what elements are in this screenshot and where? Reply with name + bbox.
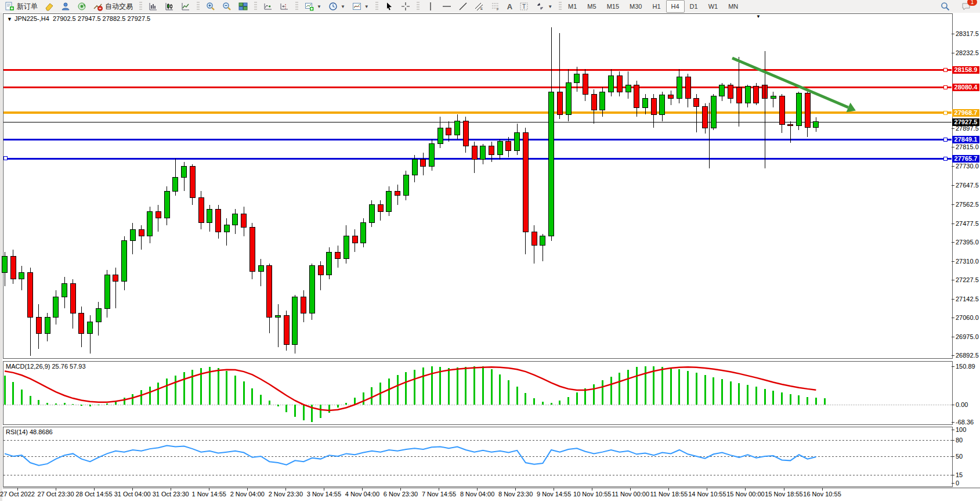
macd-indicator-label: MACD(12,26,9) 25.76 57.93 <box>6 363 86 370</box>
horizontal-line-tool[interactable] <box>439 0 455 13</box>
candle-up <box>609 76 614 92</box>
line-chart-button[interactable] <box>178 0 194 13</box>
fibonacci-icon: F <box>491 2 500 11</box>
price-tick: 27562.5 <box>956 201 979 208</box>
community-button[interactable] <box>57 0 74 13</box>
candle-up <box>796 93 801 125</box>
tile-windows-button[interactable] <box>235 0 251 13</box>
equidistant-channel-tool[interactable]: E <box>471 0 487 13</box>
timeframe-button-d1[interactable]: D1 <box>685 0 703 13</box>
time-axis-label: 4 Nov 04:00 <box>345 491 379 498</box>
timeframe-button-m1[interactable]: M1 <box>563 0 582 13</box>
candle-up <box>574 74 580 83</box>
timeframe-button-m15[interactable]: M15 <box>602 0 624 13</box>
candle-down <box>703 106 708 128</box>
chart-title: ▼JPN225-,H4 27902.5 27947.5 27882.5 2792… <box>7 15 150 22</box>
macd-tick: 150.89 <box>956 363 975 370</box>
chevron-down-icon: ▼ <box>364 4 369 9</box>
candlestick-chart-button[interactable] <box>161 0 178 13</box>
search-button[interactable] <box>937 0 953 13</box>
chart-shift-button[interactable] <box>276 0 292 13</box>
template-button[interactable]: ▼ <box>349 0 373 13</box>
candle-up <box>600 92 605 110</box>
candle-down <box>685 77 690 99</box>
autotrade-icon <box>93 2 103 11</box>
hline-handle[interactable] <box>943 85 947 89</box>
candle-up <box>643 99 648 108</box>
candle-down <box>805 93 810 127</box>
signal-icon <box>77 2 86 11</box>
timeframe-button-h4[interactable]: H4 <box>666 0 685 13</box>
candle-up <box>258 266 263 272</box>
chevron-down-icon: ▼ <box>341 4 345 9</box>
arrows-tool[interactable]: ▼ <box>532 0 556 13</box>
auto-scroll-button[interactable] <box>260 0 276 13</box>
signals-button[interactable] <box>74 0 90 13</box>
chart-canvas[interactable] <box>0 13 980 501</box>
macd-tick: 0.00 <box>956 401 968 408</box>
vertical-line-tool[interactable] <box>422 0 439 13</box>
text-tool[interactable]: A <box>504 0 516 13</box>
candle-up <box>480 146 486 159</box>
symbol-dropdown-icon[interactable]: ▼ <box>7 16 12 22</box>
timeframe-button-w1[interactable]: W1 <box>703 0 724 13</box>
price-tick: 26892.5 <box>956 352 979 359</box>
rsi-indicator-label: RSI(14) 48.8686 <box>6 428 53 435</box>
candle-up <box>292 297 298 345</box>
cursor-tool-button[interactable] <box>381 0 397 13</box>
candle-up <box>566 83 571 114</box>
candle-down <box>79 313 84 333</box>
timeframe-button-h1[interactable]: H1 <box>647 0 666 13</box>
hline-handle[interactable] <box>943 138 947 141</box>
fibonacci-tool[interactable]: F <box>487 0 504 13</box>
candle-down <box>284 315 289 345</box>
toolbar-grip <box>375 2 378 11</box>
eraser-button[interactable] <box>41 0 57 13</box>
hline-handle[interactable] <box>943 157 947 160</box>
toolbar-grip <box>559 2 562 11</box>
new-order-button[interactable]: 新订单 <box>2 0 41 13</box>
hline-handle[interactable] <box>943 68 947 71</box>
candle-up <box>719 85 725 96</box>
price-tick: 27647.5 <box>956 182 979 189</box>
new-chart-button[interactable]: ▼ <box>301 0 325 13</box>
time-axis-label: 8 Nov 23:30 <box>498 491 533 498</box>
candle-down <box>318 266 323 275</box>
candle-up <box>497 142 502 155</box>
time-axis-label: 28 Oct 14:55 <box>76 491 113 498</box>
arrows-icon <box>536 2 545 11</box>
toolbar-grip <box>139 2 142 11</box>
notifications-button[interactable]: 1 <box>958 0 974 13</box>
candle-down <box>531 232 537 245</box>
price-badge: 27927.5 <box>952 118 979 126</box>
zoom-in-button[interactable] <box>202 0 219 13</box>
zoom-out-button[interactable] <box>219 0 235 13</box>
autotrade-button[interactable]: 自动交易 <box>90 0 136 13</box>
timeframe-button-mn[interactable]: MN <box>723 0 743 13</box>
zoom-out-icon <box>222 2 232 11</box>
bar-chart-icon <box>149 2 158 11</box>
rsi-tick: 100 <box>956 426 966 433</box>
hline-handle[interactable] <box>943 111 947 114</box>
period-clock-button[interactable]: ▼ <box>325 0 349 13</box>
time-axis-label: 15 Nov 18:55 <box>765 491 802 498</box>
candle-up <box>2 257 8 272</box>
crosshair-tool-button[interactable] <box>397 0 414 13</box>
timeframe-button-m5[interactable]: M5 <box>582 0 601 13</box>
autotrade-label: 自动交易 <box>105 2 133 12</box>
eraser-icon <box>45 2 54 11</box>
bar-chart-button[interactable] <box>145 0 161 13</box>
hline-handle[interactable] <box>3 157 7 160</box>
candle-up <box>309 266 314 313</box>
template-icon <box>352 2 361 11</box>
horizontal-line-icon <box>442 2 451 11</box>
candle-up <box>62 284 67 297</box>
candle-down <box>668 95 674 99</box>
candle-up <box>19 272 24 279</box>
main-toolbar: 新订单 自动交易 <box>0 0 980 13</box>
time-axis-label: 11 Nov 18:55 <box>650 491 688 498</box>
trendline-tool[interactable] <box>455 0 471 13</box>
text-label-tool[interactable]: T <box>516 0 532 13</box>
timeframe-button-m30[interactable]: M30 <box>624 0 647 13</box>
candle-down <box>395 191 400 196</box>
